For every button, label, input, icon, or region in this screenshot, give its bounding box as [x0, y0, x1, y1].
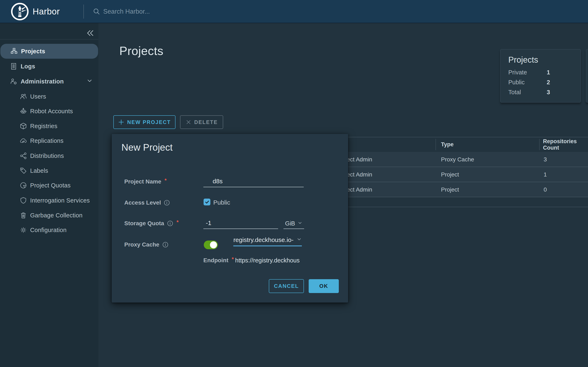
cell-repositories-count: 0 [544, 182, 547, 197]
info-icon[interactable] [164, 200, 170, 206]
cube-icon [20, 123, 27, 130]
proxy-cache-toggle[interactable] [204, 241, 218, 249]
toggle-knob [210, 241, 217, 248]
sidebar: Projects Logs Administration [0, 23, 98, 367]
cell-type: Project [441, 182, 459, 197]
column-header-type[interactable]: Type [441, 137, 454, 152]
sidebar-item-label: Labels [30, 167, 48, 174]
required-asterisk: * [165, 177, 167, 184]
sidebar-item-projects[interactable]: Projects [0, 44, 98, 59]
pie-chart-icon [20, 182, 27, 189]
project-name-label: Project Name* [124, 178, 167, 185]
sidebar-item-distributions[interactable]: Distributions [0, 148, 98, 163]
brand-title: Harbor [33, 0, 60, 23]
quota-unit-select[interactable]: GiB [283, 217, 304, 229]
ok-button[interactable]: OK [309, 279, 339, 293]
delete-button[interactable]: DELETE [180, 115, 223, 129]
new-project-button[interactable]: NEW PROJECT [113, 115, 176, 129]
public-checkbox-label: Public [213, 199, 230, 206]
sidebar-item-interrogation-services[interactable]: Interrogation Services [0, 193, 98, 208]
robot-icon [20, 108, 27, 115]
trash-icon [20, 212, 27, 219]
share-nodes-icon [20, 152, 27, 159]
check-icon [205, 200, 209, 205]
header-divider [83, 5, 84, 19]
required-asterisk: * [232, 256, 234, 262]
user-gear-icon [10, 78, 17, 85]
summary-total-value: 3 [547, 89, 550, 96]
sidebar-item-label: Robot Accounts [30, 108, 73, 115]
harbor-app: Harbor Projects [0, 0, 588, 367]
shield-icon [20, 197, 27, 204]
plus-icon [118, 119, 124, 125]
storage-quota-label: Storage Quota * [124, 220, 179, 227]
sidebar-item-label: Configuration [30, 227, 66, 234]
project-name-input[interactable] [203, 178, 304, 187]
cell-type: Proxy Cache [441, 152, 474, 167]
sidebar-item-administration[interactable]: Administration [0, 74, 98, 89]
x-icon [185, 119, 191, 125]
info-icon[interactable] [162, 242, 169, 248]
sidebar-item-robot-accounts[interactable]: Robot Accounts [0, 104, 98, 119]
chevron-down-icon [87, 78, 93, 85]
org-tree-icon [10, 48, 18, 55]
projects-summary-card: Projects Private 1 Public 2 Total 3 [500, 49, 581, 102]
sidebar-item-label: Replications [30, 137, 64, 144]
proxy-cache-label: Proxy Cache [124, 241, 169, 248]
proxy-registry-select[interactable]: registry.deckhouse.io- [233, 236, 302, 246]
column-header-repositories-count[interactable]: Repositories Count [543, 137, 588, 152]
sidebar-item-configuration[interactable]: Configuration [0, 223, 98, 237]
storage-quota-input[interactable] [203, 219, 278, 229]
app-header: Harbor [0, 0, 588, 23]
sidebar-item-replications[interactable]: Replications [0, 133, 98, 148]
storage-quota-field [203, 217, 278, 229]
global-search [93, 0, 235, 23]
summary-card-title: Projects [508, 55, 538, 65]
project-name-field [203, 175, 304, 187]
new-project-modal: New Project Project Name* Access Level P… [112, 134, 348, 302]
sidebar-item-registries[interactable]: Registries [0, 119, 98, 133]
sidebar-item-users[interactable]: Users [0, 89, 98, 104]
sidebar-item-label: Project Quotas [30, 182, 71, 189]
cell-repositories-count: 3 [544, 152, 547, 167]
chevron-down-icon [298, 220, 302, 227]
sidebar-item-label: Registries [30, 123, 57, 130]
sidebar-item-garbage-collection[interactable]: Garbage Collection [0, 208, 98, 223]
endpoint-value: https://registry.deckhous [235, 257, 302, 264]
sidebar-item-logs[interactable]: Logs [0, 59, 98, 74]
chevron-down-icon [297, 236, 302, 243]
gear-icon [20, 226, 27, 234]
search-input[interactable] [103, 8, 235, 15]
sidebar-collapse-button[interactable] [85, 28, 96, 38]
summary-public-value: 2 [547, 79, 550, 86]
harbor-logo-icon[interactable] [11, 2, 29, 21]
cloud-sync-icon [20, 137, 27, 144]
sidebar-divider [0, 39, 98, 40]
summary-private-label: Private [508, 69, 527, 76]
public-checkbox[interactable] [204, 199, 210, 205]
sidebar-item-label: Interrogation Services [30, 197, 90, 204]
sidebar-item-label: Administration [21, 78, 64, 85]
cell-type: Project [441, 167, 459, 182]
users-icon [20, 93, 27, 100]
summary-total-label: Total [508, 89, 521, 96]
cancel-button[interactable]: CANCEL [269, 279, 304, 293]
summary-private-value: 1 [547, 69, 550, 76]
sidebar-item-label: Projects [21, 48, 45, 55]
required-asterisk: * [177, 219, 179, 225]
sidebar-item-label: Distributions [30, 152, 64, 159]
storage-summary-card-partial [586, 49, 588, 102]
sidebar-item-labels[interactable]: Labels [0, 163, 98, 178]
sidebar-item-label: Logs [21, 63, 35, 70]
search-icon [93, 8, 100, 15]
modal-title: New Project [121, 142, 173, 153]
cell-repositories-count: 1 [544, 167, 547, 182]
info-icon[interactable] [167, 220, 173, 226]
log-list-icon [10, 63, 17, 70]
summary-public-label: Public [508, 79, 525, 86]
sidebar-item-label: Users [30, 93, 46, 100]
page-title: Projects [119, 44, 163, 58]
double-chevron-left-icon [86, 29, 95, 37]
column-separator [539, 139, 540, 150]
sidebar-item-project-quotas[interactable]: Project Quotas [0, 178, 98, 193]
